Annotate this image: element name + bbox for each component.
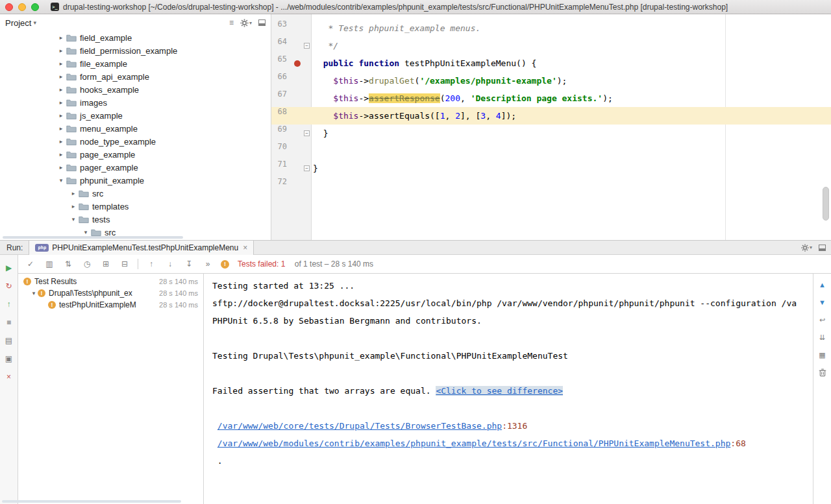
rerun-failed-tests-button[interactable]: ↻ — [3, 280, 16, 292]
code-line-71[interactable]: 71−} — [271, 160, 831, 177]
test-tree-scrollbar[interactable] — [2, 500, 181, 503]
collapse-all-button[interactable]: ⊟ — [119, 258, 130, 270]
chevron-right-icon[interactable]: ▸ — [57, 47, 65, 54]
tree-item-src[interactable]: ▸src — [0, 187, 271, 200]
scroll-from-source-icon[interactable]: ≡ — [229, 18, 234, 27]
sort-alphabetically-button[interactable]: ⇅ — [62, 258, 74, 270]
tree-item-field_permission_example[interactable]: ▸field_permission_example — [0, 44, 271, 57]
code-line-70[interactable]: 70 — [271, 142, 831, 160]
code-line-69[interactable]: 69− } — [271, 125, 831, 142]
chevron-down-icon[interactable]: ▾ — [69, 216, 77, 222]
tree-item-tests[interactable]: ▾tests — [0, 213, 271, 226]
chevron-right-icon[interactable]: ▸ — [57, 34, 65, 41]
fold-icon[interactable]: − — [304, 43, 310, 49]
chevron-right-icon[interactable]: ▸ — [57, 60, 65, 67]
test-tree-item[interactable]: !testPhpUnitExampleM28 s 140 ms — [18, 299, 203, 311]
code-line-64[interactable]: 64− */ — [271, 37, 831, 54]
line-number: 65 — [278, 54, 287, 64]
editor-scrollbar[interactable] — [823, 187, 829, 221]
run-console[interactable]: Testing started at 13:25 ...sftp://docke… — [204, 274, 813, 504]
tree-item-label: file_example — [80, 59, 127, 69]
chevron-right-icon[interactable]: ▸ — [57, 99, 65, 106]
chevron-down-icon[interactable]: ▾ — [82, 229, 90, 235]
gear-icon[interactable]: ▾ — [240, 19, 252, 27]
down-the-stack-trace-button[interactable]: ▼ — [816, 296, 829, 308]
close-tool-window-button[interactable]: × — [3, 371, 16, 383]
chevron-right-icon[interactable]: ▸ — [69, 190, 77, 197]
console-link[interactable]: /var/www/web/modules/contrib/examples/ph… — [217, 438, 731, 448]
rerun-button[interactable]: ▶ — [3, 262, 16, 274]
code-line-66[interactable]: 66 $this->drupalGet('/examples/phpunit-e… — [271, 72, 831, 90]
chevron-right-icon[interactable]: ▸ — [57, 86, 65, 93]
code-segment: 2 — [455, 111, 460, 121]
show-passed-button[interactable]: ✓ — [25, 258, 36, 270]
tree-item-phpunit_example[interactable]: ▾phpunit_example — [0, 174, 271, 187]
next-failed-test-button[interactable]: ↓ — [164, 258, 176, 270]
hide-tool-window-icon[interactable] — [819, 245, 826, 251]
test-history-button[interactable]: ↧ — [183, 258, 195, 270]
project-tree-scrollbar[interactable] — [3, 236, 183, 239]
show-console-button[interactable]: ▤ — [3, 335, 16, 346]
chevron-right-icon[interactable]: ▸ — [69, 203, 77, 210]
chevron-right-icon[interactable]: ▸ — [57, 112, 65, 119]
fold-icon[interactable]: − — [304, 130, 310, 136]
run-tab[interactable]: php PHPUnitExampleMenuTest.testPhpUnitEx… — [29, 241, 254, 255]
show-ignored-button[interactable]: ▥ — [43, 258, 55, 270]
tree-item-hooks_example[interactable]: ▸hooks_example — [0, 83, 271, 96]
up-the-stack-trace-button[interactable]: ▲ — [816, 279, 829, 291]
console-link[interactable]: /var/www/web/core/tests/Drupal/Tests/Bro… — [217, 421, 502, 431]
chevron-right-icon[interactable]: ▸ — [57, 73, 65, 80]
hide-panel-icon[interactable] — [258, 19, 266, 26]
chevron-right-icon[interactable]: ▸ — [57, 125, 65, 132]
sort-by-duration-button[interactable]: ◷ — [81, 258, 93, 270]
print-button[interactable]: ▦ — [816, 349, 829, 361]
tree-item-form_api_example[interactable]: ▸form_api_example — [0, 70, 271, 83]
test-name: Drupal\Tests\phpunit_ex — [49, 289, 132, 298]
window-zoom-button[interactable] — [31, 3, 39, 11]
folder-icon — [66, 138, 77, 146]
clear-all-button[interactable] — [816, 366, 829, 378]
previous-failed-test-button[interactable]: ↑ — [145, 258, 157, 270]
test-tree-item[interactable]: !Test Results28 s 140 ms — [18, 276, 203, 287]
window-title: drupal-testing-workshop [~/Code/os/drupa… — [63, 3, 728, 12]
restore-layout-button[interactable]: ▣ — [3, 353, 16, 365]
project-panel-title[interactable]: Project — [5, 18, 31, 28]
code-line-72[interactable]: 72 — [271, 177, 831, 195]
code-line-65[interactable]: 65 public function testPhpUnitExampleMen… — [271, 54, 831, 72]
soft-wrap-button[interactable]: ↩ — [816, 314, 829, 326]
window-minimize-button[interactable] — [18, 3, 26, 11]
fold-icon[interactable]: − — [304, 165, 310, 171]
console-toolbar: ▲ ▼ ↩ ⇊ ▦ — [813, 274, 831, 504]
tree-item-page_example[interactable]: ▸page_example — [0, 148, 271, 161]
toggle-auto-test-button[interactable]: ↑ — [3, 298, 16, 310]
tree-item-js_example[interactable]: ▸js_example — [0, 109, 271, 122]
code-line-68[interactable]: 68 $this->assertEquals([1, 2], [3, 4]); — [271, 107, 831, 125]
tree-item-field_example[interactable]: ▸field_example — [0, 31, 271, 44]
code-line-67[interactable]: 67 $this->assertResponse(200, 'Descripti… — [271, 90, 831, 107]
chevron-down-icon[interactable]: ▾ — [30, 290, 38, 296]
chevron-down-icon[interactable]: ▾ — [57, 177, 65, 184]
editor[interactable]: 63 * Tests phpunit_example menus.64− */6… — [271, 14, 831, 240]
tree-item-pager_example[interactable]: ▸pager_example — [0, 161, 271, 174]
code-segment — [313, 93, 333, 103]
window-close-button[interactable] — [5, 3, 13, 11]
tree-item-file_example[interactable]: ▸file_example — [0, 57, 271, 70]
chevron-right-icon[interactable]: ▸ — [57, 138, 65, 145]
chevron-right-icon[interactable]: ▸ — [57, 151, 65, 158]
test-tree-item[interactable]: ▾!Drupal\Tests\phpunit_ex28 s 140 ms — [18, 287, 203, 299]
tree-item-templates[interactable]: ▸templates — [0, 200, 271, 213]
scroll-to-end-button[interactable]: ⇊ — [816, 331, 829, 343]
more-actions-button[interactable]: » — [202, 258, 214, 270]
chevron-right-icon[interactable]: ▸ — [57, 164, 65, 171]
code-line-63[interactable]: 63 * Tests phpunit_example menus. — [271, 19, 831, 37]
expand-all-button[interactable]: ⊞ — [100, 258, 112, 270]
stop-button[interactable]: ■ — [3, 317, 16, 328]
tree-item-menu_example[interactable]: ▸menu_example — [0, 122, 271, 135]
tree-item-images[interactable]: ▸images — [0, 96, 271, 109]
tree-item-node_type_example[interactable]: ▸node_type_example — [0, 135, 271, 148]
close-icon[interactable]: × — [243, 243, 247, 252]
run-settings-gear-icon[interactable]: ▾ — [801, 244, 812, 252]
console-link[interactable]: <Click to see difference> — [436, 386, 563, 396]
run-test-gutter-icon[interactable] — [294, 60, 301, 67]
chevron-down-icon[interactable]: ▾ — [33, 19, 36, 26]
